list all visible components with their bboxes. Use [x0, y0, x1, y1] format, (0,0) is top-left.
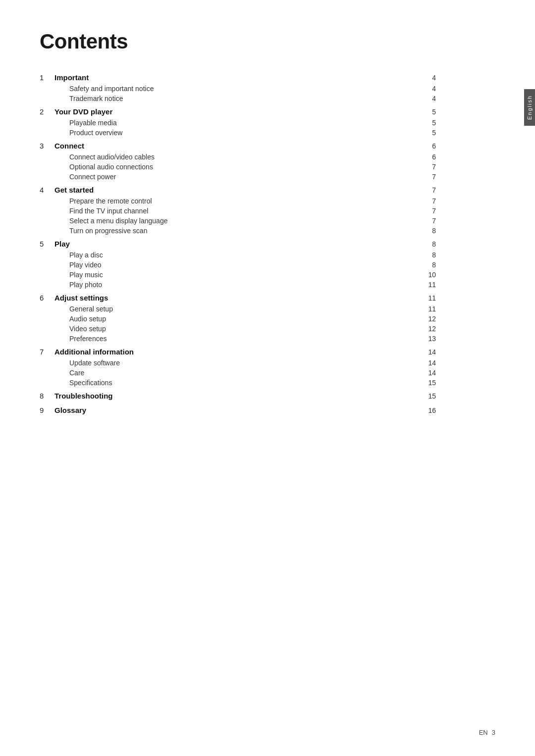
sub-item-label: Audio setup [54, 315, 421, 323]
toc-section-header: 2Your DVD player5 [40, 105, 436, 118]
section-page-num: 14 [421, 348, 436, 356]
section-page-num: 4 [421, 74, 436, 82]
sub-item-label: Play music [54, 271, 421, 279]
toc-section-block: 4Get started7Prepare the remote control7… [40, 184, 436, 236]
section-number: 7 [40, 348, 54, 356]
sub-item-page-num: 12 [421, 315, 436, 323]
section-number: 2 [40, 107, 54, 116]
toc-section-block: 8Troubleshooting15 [40, 390, 436, 402]
section-title: Additional information [54, 348, 421, 356]
section-title: Glossary [54, 406, 421, 414]
toc-sub-row: Play photo11 [40, 280, 436, 290]
toc-section-header: 5Play8 [40, 238, 436, 250]
sub-item-label: Care [54, 369, 421, 377]
toc-sub-row: Product overview5 [40, 128, 436, 138]
toc-sub-row: Turn on progressive scan8 [40, 226, 436, 236]
toc-section: 1Important4Safety and important notice4T… [40, 71, 436, 416]
sub-item-label: Safety and important notice [54, 85, 421, 93]
sub-item-label: Connect power [54, 173, 421, 181]
sub-item-label: Connect audio/video cables [54, 153, 421, 161]
side-tab: English [524, 89, 535, 126]
section-title: Play [54, 240, 421, 248]
toc-sub-row: Playable media5 [40, 118, 436, 128]
sub-item-label: Find the TV input channel [54, 207, 421, 215]
sub-item-label: Turn on progressive scan [54, 227, 421, 235]
toc-section-block: 6Adjust settings11General setup11Audio s… [40, 292, 436, 344]
sub-item-label: Prepare the remote control [54, 197, 421, 205]
sub-item-label: Specifications [54, 379, 421, 387]
sub-item-page-num: 14 [421, 369, 436, 377]
toc-section-block: 9Glossary16 [40, 404, 436, 416]
toc-section-header: 3Connect6 [40, 140, 436, 152]
sub-item-page-num: 10 [421, 271, 436, 279]
sub-item-label: General setup [54, 305, 421, 313]
toc-section-header: 9Glossary16 [40, 404, 436, 416]
sub-item-page-num: 7 [421, 163, 436, 171]
section-title: Connect [54, 142, 421, 150]
footer-lang: EN [479, 729, 488, 736]
sub-item-page-num: 15 [421, 379, 436, 387]
sub-item-label: Product overview [54, 129, 421, 137]
sub-item-page-num: 11 [421, 305, 436, 313]
toc-sub-row: Connect power7 [40, 172, 436, 182]
toc-section-block: 1Important4Safety and important notice4T… [40, 71, 436, 103]
sub-item-label: Play a disc [54, 251, 421, 259]
toc-sub-row: Specifications15 [40, 378, 436, 388]
sub-item-label: Preferences [54, 335, 421, 343]
section-page-num: 5 [421, 108, 436, 116]
sub-item-page-num: 7 [421, 207, 436, 215]
section-page-num: 8 [421, 240, 436, 248]
page-footer: EN 3 [479, 729, 495, 736]
side-tab-label: English [527, 95, 533, 120]
sub-item-page-num: 13 [421, 335, 436, 343]
section-number: 1 [40, 73, 54, 82]
sub-item-page-num: 4 [421, 95, 436, 102]
sub-item-page-num: 8 [421, 261, 436, 269]
toc-sub-row: Prepare the remote control7 [40, 196, 436, 206]
sub-item-page-num: 7 [421, 197, 436, 205]
sub-item-page-num: 11 [421, 281, 436, 289]
section-number: 6 [40, 294, 54, 302]
section-number: 4 [40, 186, 54, 194]
toc-sub-row: Select a menu display language7 [40, 216, 436, 226]
toc-section-block: 7Additional information14Update software… [40, 346, 436, 388]
sub-item-label: Trademark notice [54, 95, 421, 102]
sub-item-label: Update software [54, 359, 421, 367]
sub-item-page-num: 4 [421, 85, 436, 93]
toc-section-header: 1Important4 [40, 71, 436, 84]
section-number: 8 [40, 392, 54, 400]
toc-sub-row: Preferences13 [40, 334, 436, 344]
toc-sub-row: Play video8 [40, 260, 436, 270]
toc-sub-row: Play music10 [40, 270, 436, 280]
toc-sub-row: Trademark notice4 [40, 94, 436, 103]
section-title: Adjust settings [54, 294, 421, 302]
section-number: 5 [40, 240, 54, 248]
sub-item-page-num: 12 [421, 325, 436, 333]
section-title: Your DVD player [54, 107, 421, 116]
sub-item-page-num: 8 [421, 251, 436, 259]
section-title: Get started [54, 186, 421, 194]
section-page-num: 7 [421, 186, 436, 194]
sub-item-label: Play photo [54, 281, 421, 289]
toc-section-header: 6Adjust settings11 [40, 292, 436, 304]
toc-sub-row: Find the TV input channel7 [40, 206, 436, 216]
sub-item-page-num: 5 [421, 129, 436, 137]
section-page-num: 6 [421, 142, 436, 150]
toc-section-block: 2Your DVD player5Playable media5Product … [40, 105, 436, 138]
sub-item-label: Optional audio connections [54, 163, 421, 171]
sub-item-page-num: 8 [421, 227, 436, 235]
toc-sub-row: Connect audio/video cables6 [40, 152, 436, 162]
toc-sub-row: Optional audio connections7 [40, 162, 436, 172]
sub-item-page-num: 6 [421, 153, 436, 161]
sub-item-label: Playable media [54, 119, 421, 127]
section-page-num: 11 [421, 294, 436, 302]
page-container: Contents 1Important4Safety and important… [0, 0, 476, 448]
toc-sub-row: Update software14 [40, 358, 436, 368]
toc-section-header: 8Troubleshooting15 [40, 390, 436, 402]
toc-sub-row: Audio setup12 [40, 314, 436, 324]
section-page-num: 16 [421, 406, 436, 414]
section-title: Important [54, 73, 421, 82]
sub-item-page-num: 14 [421, 359, 436, 367]
toc-sub-row: Safety and important notice4 [40, 84, 436, 94]
sub-item-label: Play video [54, 261, 421, 269]
